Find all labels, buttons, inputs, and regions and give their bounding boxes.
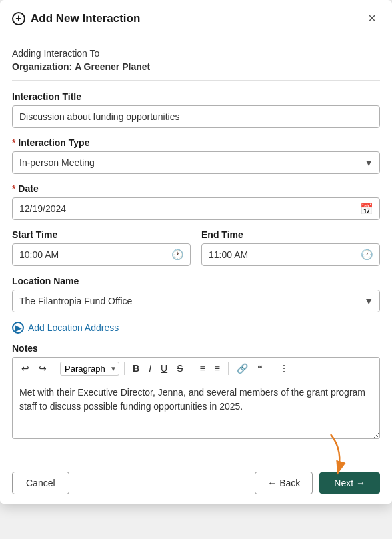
modal-title-text: Add New Interaction <box>31 12 140 25</box>
interaction-type-label: Interaction Type <box>12 137 380 148</box>
modal-footer: Cancel ← Back Next → <box>0 462 392 504</box>
redo-button[interactable]: ↪ <box>35 361 50 376</box>
end-time-input[interactable] <box>201 243 380 266</box>
time-row: Start Time 🕐 End Time 🕐 <box>12 229 380 266</box>
add-location-link[interactable]: ▶ Add Location Address <box>12 322 380 334</box>
add-interaction-modal: + Add New Interaction × Adding Interacti… <box>0 0 392 504</box>
paragraph-wrapper: Paragraph Heading 1 Heading 2 ▼ <box>60 362 119 376</box>
end-time-label: End Time <box>201 229 380 240</box>
back-button[interactable]: ← Back <box>255 472 313 494</box>
toolbar-separator-2 <box>124 362 125 375</box>
toolbar-separator-5 <box>271 362 271 375</box>
location-name-label: Location Name <box>12 276 380 286</box>
location-select-wrapper: The Filantropia Fund Office Other ▼ <box>12 290 380 312</box>
toolbar-separator-4 <box>228 362 229 375</box>
start-time-label: Start Time <box>12 229 191 240</box>
paragraph-style-select[interactable]: Paragraph Heading 1 Heading 2 <box>60 362 119 376</box>
end-time-group: End Time 🕐 <box>201 229 380 266</box>
location-name-group: Location Name The Filantropia Fund Offic… <box>12 276 380 312</box>
toolbar-separator-3 <box>191 362 191 375</box>
date-input[interactable] <box>12 197 380 220</box>
start-time-input-wrapper: 🕐 <box>12 243 191 266</box>
link-button[interactable]: 🔗 <box>233 361 251 376</box>
org-prefix: Organization: <box>12 61 72 72</box>
plus-circle-icon: + <box>12 12 25 25</box>
add-location-circle-icon: ▶ <box>12 322 24 334</box>
modal-header: + Add New Interaction × <box>0 0 392 37</box>
interaction-type-select-wrapper: In-person Meeting Phone Call Email Video… <box>12 151 380 174</box>
org-label: Organization: A Greener Planet <box>12 61 380 72</box>
end-time-input-wrapper: 🕐 <box>201 243 380 266</box>
close-button[interactable]: × <box>364 9 380 27</box>
location-name-select[interactable]: The Filantropia Fund Office Other <box>12 290 380 312</box>
adding-to-label: Adding Interaction To <box>12 48 380 59</box>
next-button[interactable]: Next → <box>319 472 380 494</box>
modal-title: + Add New Interaction <box>12 12 140 25</box>
blockquote-button[interactable]: ❝ <box>254 361 266 376</box>
modal-body: Adding Interaction To Organization: A Gr… <box>0 37 392 462</box>
add-location-text: Add Location Address <box>28 322 119 333</box>
notes-toolbar: ↩ ↪ Paragraph Heading 1 Heading 2 ▼ B I … <box>12 357 380 379</box>
date-label: Date <box>12 183 380 194</box>
interaction-title-label: Interaction Title <box>12 91 380 102</box>
underline-button[interactable]: U <box>157 361 171 376</box>
italic-button[interactable]: I <box>145 361 155 376</box>
notes-label: Notes <box>12 343 380 354</box>
notes-group: Notes ↩ ↪ Paragraph Heading 1 Heading 2 … <box>12 343 380 442</box>
interaction-title-input[interactable] <box>12 105 380 128</box>
start-time-group: Start Time 🕐 <box>12 229 191 266</box>
unordered-list-button[interactable]: ≡ <box>211 361 223 376</box>
interaction-title-group: Interaction Title <box>12 91 380 128</box>
footer-right: ← Back Next → <box>255 472 380 494</box>
more-options-button[interactable]: ⋮ <box>276 361 292 376</box>
date-group: Date 📅 <box>12 183 380 220</box>
section-divider <box>12 80 380 81</box>
strikethrough-button[interactable]: S <box>173 361 186 376</box>
bold-button[interactable]: B <box>129 361 143 376</box>
notes-textarea[interactable]: Met with their Executive Director, Jenna… <box>12 379 380 439</box>
start-time-input[interactable] <box>12 243 191 266</box>
date-input-wrapper: 📅 <box>12 197 380 220</box>
undo-button[interactable]: ↩ <box>18 361 33 376</box>
toolbar-separator-1 <box>55 362 55 375</box>
interaction-type-group: Interaction Type In-person Meeting Phone… <box>12 137 380 174</box>
interaction-type-select[interactable]: In-person Meeting Phone Call Email Video… <box>12 151 380 174</box>
ordered-list-button[interactable]: ≡ <box>196 361 208 376</box>
cancel-button[interactable]: Cancel <box>12 472 69 494</box>
org-name: A Greener Planet <box>75 61 150 72</box>
